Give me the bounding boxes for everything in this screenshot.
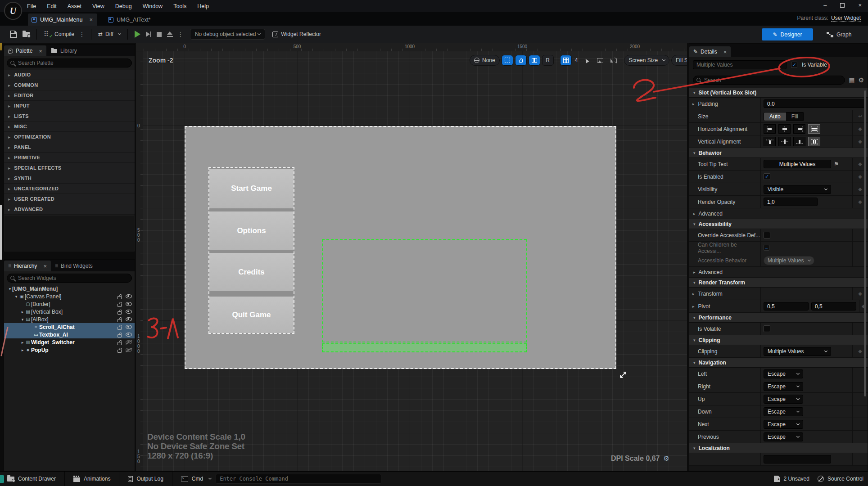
- section-render-transform[interactable]: ▾Render Transform: [689, 278, 868, 288]
- nav-next-dropdown[interactable]: Escape: [764, 420, 803, 429]
- widget-name-input[interactable]: [693, 60, 787, 69]
- clipping-dropdown[interactable]: Multiple Values: [764, 347, 831, 356]
- valign-top-button[interactable]: [764, 137, 776, 146]
- unlocked-icon[interactable]: [118, 311, 122, 315]
- palette-category-advanced[interactable]: ▸ADVANCED: [4, 204, 135, 215]
- stop-button[interactable]: [154, 30, 164, 39]
- tooltip-input[interactable]: [764, 160, 831, 168]
- tree-item-aibox[interactable]: ▾ ▤ [AIBox]: [4, 315, 135, 323]
- credits-button-widget[interactable]: Credits: [209, 253, 294, 291]
- unlocked-icon[interactable]: [118, 319, 122, 322]
- menu-debug[interactable]: Debug: [115, 3, 132, 9]
- collapse-arrow-icon[interactable]: ▾: [20, 317, 25, 322]
- expand-arrow-icon[interactable]: ▸: [8, 124, 10, 129]
- cursor-tool-button[interactable]: [581, 55, 592, 66]
- expand-arrow-icon[interactable]: ▸: [692, 304, 695, 309]
- valign-center-button[interactable]: [778, 137, 791, 146]
- nav-up-dropdown[interactable]: Escape: [764, 395, 803, 404]
- palette-search-input[interactable]: [7, 58, 132, 68]
- tree-item-widget-switcher[interactable]: ▸ ▥ Widget_Switcher: [4, 338, 135, 346]
- diff-button[interactable]: ⇄ Diff: [95, 29, 123, 39]
- fill-screen-dropdown[interactable]: Fill Screen: [671, 55, 687, 66]
- expand-arrow-icon[interactable]: ▸: [20, 348, 25, 352]
- unlocked-icon[interactable]: [118, 342, 122, 345]
- palette-category-editor[interactable]: ▸EDITOR: [4, 90, 135, 101]
- designer-viewport[interactable]: Start Game Options Credits Quit Game Dev…: [136, 43, 687, 471]
- close-tab-icon[interactable]: ×: [89, 16, 93, 23]
- section-performance[interactable]: ▾Performance: [689, 313, 868, 323]
- expand-arrow-icon[interactable]: ▸: [692, 102, 695, 106]
- compile-options-icon[interactable]: ⋮: [77, 31, 87, 38]
- parent-class-link[interactable]: User Widget: [831, 15, 861, 22]
- play-options-icon[interactable]: ⋮: [176, 31, 185, 38]
- nav-previous-dropdown[interactable]: Escape: [764, 432, 803, 441]
- unlocked-icon[interactable]: [118, 296, 122, 299]
- tree-item-popup[interactable]: ▸ ◆ PopUp: [4, 346, 135, 354]
- lock-widgets-button[interactable]: [515, 55, 527, 66]
- palette-category-optimization[interactable]: ▸OPTIMIZATION: [4, 132, 135, 142]
- console-command-input[interactable]: [216, 474, 381, 484]
- padding-input[interactable]: [764, 99, 866, 108]
- expand-arrow-icon[interactable]: ▸: [8, 186, 10, 191]
- expand-arrow-icon[interactable]: ▸: [692, 292, 695, 296]
- details-scrollbar[interactable]: [864, 90, 866, 396]
- palette-category-panel[interactable]: ▸PANEL: [4, 142, 135, 153]
- unsaved-assets-button[interactable]: 2 Unsaved: [774, 476, 809, 482]
- eject-button[interactable]: [164, 30, 176, 39]
- canvas-grid[interactable]: Start Game Options Credits Quit Game Dev…: [143, 51, 687, 471]
- visibility-eye-icon[interactable]: [126, 333, 132, 337]
- graph-mode-button[interactable]: Graph: [827, 28, 851, 40]
- visibility-eye-icon[interactable]: [126, 325, 132, 329]
- palette-category-common[interactable]: ▸COMMON: [4, 80, 135, 90]
- halign-fill-button[interactable]: [808, 124, 820, 134]
- size-fill-button[interactable]: Fill: [786, 112, 804, 121]
- tree-item-textbox-ai[interactable]: ▭ Textbox_AI: [4, 331, 135, 338]
- minimize-button[interactable]: –: [823, 2, 827, 9]
- expand-arrow-icon[interactable]: ▸: [8, 114, 10, 119]
- unlocked-icon[interactable]: [118, 327, 122, 330]
- expand-arrow-icon[interactable]: ▸: [8, 104, 10, 108]
- selection-mode-button[interactable]: [502, 55, 513, 66]
- accessible-behavior-dropdown[interactable]: Multiple Values: [764, 256, 814, 265]
- show-outlines-button[interactable]: [529, 55, 540, 66]
- visibility-hidden-eye-icon[interactable]: [126, 340, 132, 344]
- palette-category-uncategorized[interactable]: ▸UNCATEGORIZED: [4, 184, 135, 194]
- resize-handle-icon[interactable]: [619, 371, 627, 380]
- frame-skip-button[interactable]: [143, 30, 154, 39]
- section-slot[interactable]: ▾Slot (Vertical Box Slot): [689, 88, 868, 98]
- animations-button[interactable]: Animations: [73, 476, 110, 482]
- output-log-button[interactable]: Output Log: [128, 476, 163, 482]
- unlocked-icon[interactable]: [118, 334, 122, 338]
- add-binding-icon[interactable]: ◆: [859, 300, 868, 312]
- section-behavior[interactable]: ▾Behavior: [689, 148, 868, 158]
- visibility-eye-icon[interactable]: [126, 310, 132, 314]
- tree-item-umg-mainmenu[interactable]: ▾ [UMG_MainMenu]: [4, 285, 135, 292]
- is-volatile-checkbox[interactable]: [764, 325, 770, 332]
- tree-item-canvas-panel[interactable]: ▾ ▣ [Canvas Panel]: [4, 292, 135, 300]
- scroll-aichat-selection-outline[interactable]: [322, 239, 527, 342]
- pivot-x-input[interactable]: [764, 302, 809, 310]
- expand-arrow-icon[interactable]: ▸: [20, 310, 25, 314]
- grid-snap-size[interactable]: 4: [574, 57, 579, 63]
- size-auto-button[interactable]: Auto: [764, 112, 786, 121]
- menu-view[interactable]: View: [92, 3, 104, 9]
- expand-arrow-icon[interactable]: ▸: [8, 145, 10, 150]
- play-button[interactable]: [132, 29, 143, 40]
- palette-category-primitive[interactable]: ▸PRIMITIVE: [4, 153, 135, 163]
- visibility-eye-icon[interactable]: [126, 302, 132, 306]
- close-tab-icon[interactable]: ×: [43, 263, 47, 270]
- settings-gear-icon[interactable]: ⚙: [858, 76, 864, 84]
- expand-arrow-icon[interactable]: ▸: [8, 135, 10, 140]
- hierarchy-search-input[interactable]: [7, 274, 132, 283]
- grid-snapping-button[interactable]: [560, 55, 572, 66]
- palette-category-input[interactable]: ▸INPUT: [4, 101, 135, 111]
- screen-size-dropdown[interactable]: Screen Size: [624, 55, 669, 66]
- tab-details[interactable]: ✎ Details ×: [689, 46, 731, 57]
- expand-arrow-icon[interactable]: ▸: [8, 83, 10, 88]
- override-accessible-checkbox[interactable]: [764, 232, 770, 238]
- palette-category-lists[interactable]: ▸LISTS: [4, 111, 135, 122]
- menu-asset[interactable]: Asset: [68, 3, 81, 9]
- section-localization[interactable]: ▾Localization: [689, 443, 868, 453]
- expand-arrow-icon[interactable]: ▸: [8, 207, 10, 212]
- nav-right-dropdown[interactable]: Escape: [764, 382, 803, 391]
